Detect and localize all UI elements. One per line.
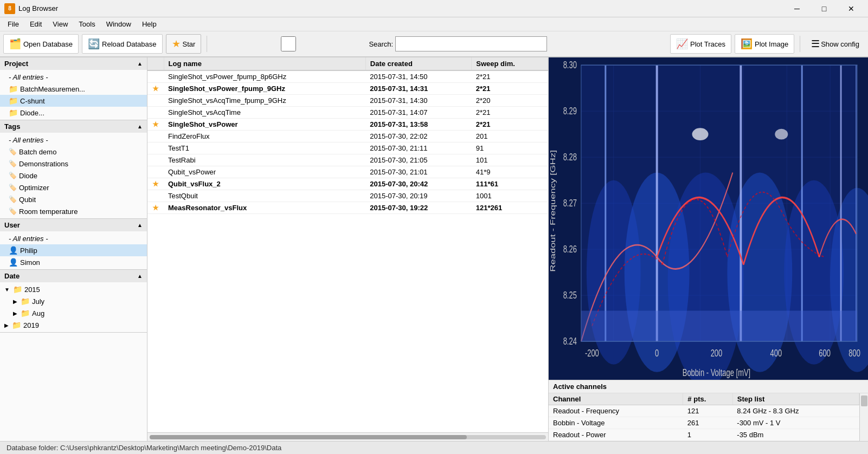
open-database-icon: 🗂️	[9, 38, 21, 50]
star-button[interactable]: ★ Star	[166, 34, 202, 54]
project-header[interactable]: Project ▲	[0, 57, 147, 70]
table-row[interactable]: TestQbuit 2015-07-30, 20:19 1001	[147, 190, 548, 202]
table-row[interactable]: TestT1 2015-07-30, 21:11 91	[147, 142, 548, 154]
restore-button[interactable]: □	[812, 0, 837, 17]
reload-database-button[interactable]: 🔄 Reload Database	[82, 34, 162, 54]
menu-view[interactable]: View	[47, 19, 73, 29]
horizontal-scrollbar[interactable]	[147, 432, 548, 441]
table-row[interactable]: ★ SingleShot_vsPower_fpump_9GHz 2015-07-…	[147, 83, 548, 95]
tag-demonstrations[interactable]: 🏷️ Demonstrations	[0, 158, 147, 170]
table-row[interactable]: ★ Qubit_vsFlux_2 2015-07-30, 20:42 111*6…	[147, 178, 548, 190]
tag-icon: 🏷️	[9, 207, 17, 215]
table-row[interactable]: SingleShot_vsAcqTime 2015-07-31, 14:07 2…	[147, 107, 548, 119]
sweep-cell: 111*61	[472, 178, 548, 190]
menu-edit[interactable]: Edit	[24, 19, 47, 29]
star-cell	[147, 70, 164, 83]
status-text: Database folder: C:\Users\phkrantz\Deskt…	[7, 444, 281, 452]
svg-point-19	[727, 173, 792, 372]
project-arrow-icon: ▲	[137, 61, 143, 67]
channel-row: Readout - Frequency 121 8.24 GHz - 8.3 G…	[549, 405, 859, 417]
date-2019[interactable]: ▶ 📁 2019	[0, 319, 147, 331]
search-label: Search:	[369, 40, 393, 48]
log-name-cell: Qubit_vsFlux_2	[164, 178, 365, 190]
search-checkbox[interactable]	[213, 36, 364, 51]
menu-window[interactable]: Window	[101, 19, 137, 29]
user-content: - All entries - 👤 Philip 👤 Simon	[0, 231, 147, 269]
channel-name: Readout - Power	[549, 429, 683, 441]
sweep-cell: 1001	[472, 190, 548, 202]
project-batchmeasurement[interactable]: 📁 BatchMeasuremen...	[0, 83, 147, 95]
date-aug[interactable]: ▶ 📁 Aug	[0, 307, 147, 319]
tag-batch-demo[interactable]: 🏷️ Batch demo	[0, 146, 147, 158]
table-row[interactable]: ★ SingleShot_vsPower 2015-07-31, 13:58 2…	[147, 119, 548, 131]
log-table-scroll[interactable]: Log name Date created Sweep dim. SingleS…	[147, 57, 548, 432]
tag-room-temperature[interactable]: 🏷️ Room temperature	[0, 205, 147, 217]
plot-image-button[interactable]: 🖼️ Plot Image	[735, 34, 794, 54]
tag-qubit[interactable]: 🏷️ Qubit	[0, 193, 147, 205]
project-c-shunt[interactable]: 📁 C-shunt	[0, 95, 147, 107]
sweep-cell: 2*21	[472, 83, 548, 95]
log-name-cell: SingleShot_vsAcqTime	[164, 107, 365, 119]
user-philip[interactable]: 👤 Philip	[0, 244, 147, 256]
right-panel: 8.30 8.29 8.28 8.27 8.26 8.25 8.24 -200 …	[548, 57, 868, 441]
channel-steplist: 8.24 GHz - 8.3 GHz	[732, 405, 859, 417]
expand-icon-2019: ▶	[4, 322, 9, 328]
plot-traces-icon: 📈	[676, 38, 688, 50]
date-header[interactable]: Date ▲	[0, 270, 147, 282]
user-icon: 👤	[9, 258, 18, 267]
table-row[interactable]: FindZeroFlux 2015-07-30, 22:02 201	[147, 131, 548, 142]
show-config-button[interactable]: ☰ Show config	[806, 36, 865, 52]
table-row[interactable]: SingleShot_vsAcqTime_fpump_9GHz 2015-07-…	[147, 95, 548, 107]
star-cell	[147, 154, 164, 166]
date-section: Date ▲ ▼ 📁 2015 ▶ 📁 July ▶ 📁 Aug	[0, 270, 147, 333]
tag-diode[interactable]: 🏷️ Diode	[0, 170, 147, 181]
col-star[interactable]	[147, 57, 164, 70]
menu-tools[interactable]: Tools	[73, 19, 100, 29]
plot-traces-button[interactable]: 📈 Plot Traces	[670, 34, 731, 54]
col-sweep[interactable]: Sweep dim.	[472, 57, 548, 70]
star-cell: ★	[147, 119, 164, 131]
tags-header[interactable]: Tags ▲	[0, 120, 147, 133]
date-cell: 2015-07-31, 14:31	[365, 83, 471, 95]
col-date[interactable]: Date created	[365, 57, 471, 70]
tags-all-entries[interactable]: - All entries -	[0, 134, 147, 146]
tag-optimizer[interactable]: 🏷️ Optimizer	[0, 181, 147, 193]
table-row[interactable]: TestRabi 2015-07-30, 21:05 101	[147, 154, 548, 166]
tags-section: Tags ▲ - All entries - 🏷️ Batch demo 🏷️ …	[0, 120, 147, 219]
steplist-col-header: Step list	[732, 393, 859, 405]
user-header[interactable]: User ▲	[0, 219, 147, 231]
project-diode[interactable]: 📁 Diode...	[0, 107, 147, 119]
table-row[interactable]: Qubit_vsPower 2015-07-30, 21:01 41*9	[147, 166, 548, 178]
search-input[interactable]	[395, 36, 547, 51]
table-row[interactable]: SingleShot_vsPower_fpump_8p6GHz 2015-07-…	[147, 70, 548, 83]
plot-image-label: Plot Image	[755, 40, 788, 48]
menu-file[interactable]: File	[2, 19, 24, 29]
user-header-label: User	[4, 221, 20, 229]
svg-text:8.26: 8.26	[563, 244, 577, 255]
log-name-cell: SingleShot_vsPower_fpump_8p6GHz	[164, 70, 365, 83]
user-simon[interactable]: 👤 Simon	[0, 256, 147, 268]
star-cell	[147, 95, 164, 107]
star-cell	[147, 166, 164, 178]
col-logname[interactable]: Log name	[164, 57, 365, 70]
menu-help[interactable]: Help	[137, 19, 162, 29]
table-row[interactable]: ★ MeasResonator_vsFlux 2015-07-30, 19:22…	[147, 202, 548, 214]
close-button[interactable]: ✕	[839, 0, 864, 17]
date-cell: 2015-07-31, 13:58	[365, 119, 471, 131]
channels-scroll-thumb[interactable]	[861, 395, 867, 406]
pts-col-header: # pts.	[683, 393, 732, 405]
date-july[interactable]: ▶ 📁 July	[0, 295, 147, 307]
open-database-button[interactable]: 🗂️ Open Database	[3, 34, 79, 54]
project-all-entries[interactable]: - All entries -	[0, 71, 147, 83]
folder-icon: 📁	[9, 96, 18, 105]
minimize-button[interactable]: ─	[785, 0, 809, 17]
date-cell: 2015-07-30, 21:05	[365, 154, 471, 166]
date-cell: 2015-07-30, 19:22	[365, 202, 471, 214]
date-2015[interactable]: ▼ 📁 2015	[0, 283, 147, 295]
window-controls: ─ □ ✕	[785, 0, 864, 17]
user-all-entries[interactable]: - All entries -	[0, 232, 147, 244]
svg-text:8.27: 8.27	[563, 198, 577, 209]
toolbar: 🗂️ Open Database 🔄 Reload Database ★ Sta…	[0, 31, 868, 57]
channel-steplist: -300 mV - 1 V	[732, 417, 859, 429]
show-config-icon: ☰	[811, 38, 819, 50]
